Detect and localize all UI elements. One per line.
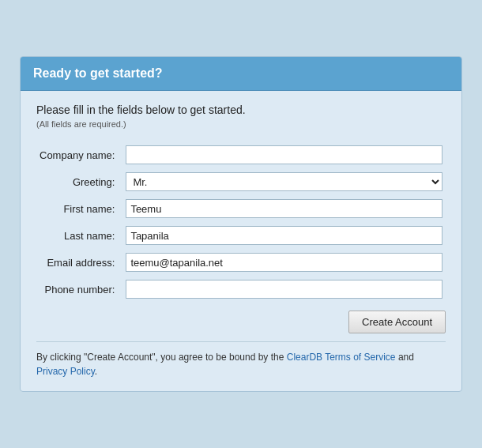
card-header: Ready to get started? [21, 57, 461, 91]
phone-input[interactable] [126, 280, 442, 299]
email-field [122, 249, 446, 276]
intro-main: Please fill in the fields below to get s… [36, 104, 446, 116]
footer-text-before: By clicking "Create Account", you agree … [36, 352, 287, 363]
registration-card: Ready to get started? Please fill in the… [20, 56, 462, 392]
email-label: Email address: [36, 249, 122, 276]
company-name-input[interactable] [126, 145, 442, 164]
table-row: First name: [36, 195, 446, 222]
greeting-label: Greeting: [36, 168, 122, 195]
form-actions: Create Account [36, 311, 446, 333]
footer-text-between: and [396, 352, 414, 363]
email-input[interactable] [126, 253, 442, 272]
company-name-label: Company name: [36, 141, 122, 168]
table-row: Phone number: [36, 276, 446, 303]
form-table: Company name: Greeting: Mr. Ms. Mrs. Dr. [36, 141, 446, 303]
table-row: Company name: [36, 141, 446, 168]
greeting-field: Mr. Ms. Mrs. Dr. [122, 168, 446, 195]
card-title: Ready to get started? [33, 66, 449, 81]
privacy-policy-link[interactable]: Privacy Policy [36, 366, 95, 377]
footer-text: By clicking "Create Account", you agree … [36, 341, 446, 378]
create-account-button[interactable]: Create Account [348, 311, 446, 333]
phone-label: Phone number: [36, 276, 122, 303]
last-name-field [122, 222, 446, 249]
greeting-select[interactable]: Mr. Ms. Mrs. Dr. [126, 172, 442, 191]
company-name-field [122, 141, 446, 168]
cleardb-tos-link[interactable]: ClearDB Terms of Service [287, 352, 396, 363]
last-name-input[interactable] [126, 226, 442, 245]
table-row: Greeting: Mr. Ms. Mrs. Dr. [36, 168, 446, 195]
intro-note: (All fields are required.) [36, 119, 446, 129]
phone-field [122, 276, 446, 303]
table-row: Last name: [36, 222, 446, 249]
first-name-label: First name: [36, 195, 122, 222]
card-body: Please fill in the fields below to get s… [21, 91, 461, 391]
last-name-label: Last name: [36, 222, 122, 249]
first-name-input[interactable] [126, 199, 442, 218]
footer-text-after: . [95, 366, 97, 377]
first-name-field [122, 195, 446, 222]
table-row: Email address: [36, 249, 446, 276]
